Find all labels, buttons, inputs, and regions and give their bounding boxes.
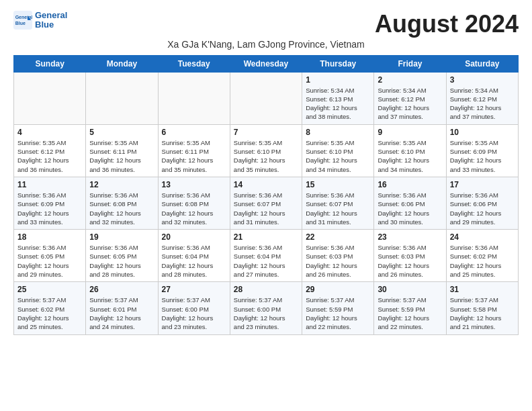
day-info: Sunrise: 5:36 AM Sunset: 6:07 PM Dayligh… bbox=[234, 191, 298, 226]
calendar-table: SundayMondayTuesdayWednesdayThursdayFrid… bbox=[13, 55, 519, 335]
day-number: 14 bbox=[234, 180, 298, 189]
day-number: 31 bbox=[450, 285, 515, 294]
day-number: 15 bbox=[306, 180, 370, 189]
calendar-cell bbox=[14, 72, 86, 124]
day-number: 13 bbox=[162, 180, 226, 189]
day-number: 19 bbox=[89, 232, 154, 242]
calendar-cell bbox=[158, 72, 230, 124]
calendar-week-row: 1Sunrise: 5:34 AM Sunset: 6:13 PM Daylig… bbox=[14, 72, 519, 124]
calendar-cell: 19Sunrise: 5:36 AM Sunset: 6:05 PM Dayli… bbox=[86, 230, 158, 282]
svg-text:Blue: Blue bbox=[15, 21, 26, 26]
calendar-cell: 17Sunrise: 5:36 AM Sunset: 6:06 PM Dayli… bbox=[446, 177, 518, 229]
logo-text-line2: Blue bbox=[35, 20, 67, 30]
calendar-cell: 23Sunrise: 5:36 AM Sunset: 6:03 PM Dayli… bbox=[374, 230, 446, 282]
day-info: Sunrise: 5:36 AM Sunset: 6:08 PM Dayligh… bbox=[162, 191, 226, 226]
calendar-cell bbox=[230, 72, 302, 124]
calendar-cell: 14Sunrise: 5:36 AM Sunset: 6:07 PM Dayli… bbox=[230, 177, 302, 229]
calendar-cell: 6Sunrise: 5:35 AM Sunset: 6:11 PM Daylig… bbox=[158, 124, 230, 177]
calendar-cell: 15Sunrise: 5:36 AM Sunset: 6:07 PM Dayli… bbox=[302, 177, 374, 229]
day-info: Sunrise: 5:37 AM Sunset: 6:02 PM Dayligh… bbox=[17, 295, 82, 331]
logo-text-line1: General bbox=[35, 11, 67, 20]
calendar-cell: 31Sunrise: 5:37 AM Sunset: 5:58 PM Dayli… bbox=[446, 282, 518, 334]
day-number: 24 bbox=[450, 232, 515, 242]
calendar-cell: 22Sunrise: 5:36 AM Sunset: 6:03 PM Dayli… bbox=[302, 230, 374, 282]
location-subtitle: Xa GJa K'Nang, Lam GJong Province, Vietn… bbox=[13, 39, 519, 50]
day-info: Sunrise: 5:36 AM Sunset: 6:06 PM Dayligh… bbox=[378, 191, 442, 226]
calendar-week-row: 11Sunrise: 5:36 AM Sunset: 6:09 PM Dayli… bbox=[14, 177, 519, 229]
day-number: 7 bbox=[234, 128, 298, 137]
day-number: 17 bbox=[450, 180, 515, 189]
day-info: Sunrise: 5:37 AM Sunset: 6:00 PM Dayligh… bbox=[162, 295, 226, 331]
day-number: 1 bbox=[306, 75, 370, 85]
day-info: Sunrise: 5:37 AM Sunset: 5:59 PM Dayligh… bbox=[378, 295, 442, 331]
day-info: Sunrise: 5:35 AM Sunset: 6:12 PM Dayligh… bbox=[17, 138, 82, 174]
day-info: Sunrise: 5:36 AM Sunset: 6:02 PM Dayligh… bbox=[450, 243, 515, 279]
day-number: 30 bbox=[378, 285, 442, 294]
calendar-cell: 20Sunrise: 5:36 AM Sunset: 6:04 PM Dayli… bbox=[158, 230, 230, 282]
calendar-cell: 1Sunrise: 5:34 AM Sunset: 6:13 PM Daylig… bbox=[302, 72, 374, 124]
calendar-cell: 3Sunrise: 5:34 AM Sunset: 6:12 PM Daylig… bbox=[446, 72, 518, 124]
day-number: 4 bbox=[17, 128, 82, 137]
day-info: Sunrise: 5:37 AM Sunset: 6:00 PM Dayligh… bbox=[234, 295, 298, 331]
month-title: August 2024 bbox=[375, 11, 519, 38]
day-info: Sunrise: 5:35 AM Sunset: 6:10 PM Dayligh… bbox=[234, 138, 298, 174]
day-number: 11 bbox=[17, 180, 82, 189]
day-info: Sunrise: 5:36 AM Sunset: 6:04 PM Dayligh… bbox=[234, 243, 298, 279]
calendar-cell: 12Sunrise: 5:36 AM Sunset: 6:08 PM Dayli… bbox=[86, 177, 158, 229]
weekday-header-thursday: Thursday bbox=[302, 55, 374, 72]
day-info: Sunrise: 5:35 AM Sunset: 6:11 PM Dayligh… bbox=[89, 138, 154, 174]
weekday-header-wednesday: Wednesday bbox=[230, 55, 302, 72]
day-number: 12 bbox=[89, 180, 154, 189]
day-info: Sunrise: 5:36 AM Sunset: 6:06 PM Dayligh… bbox=[450, 191, 515, 226]
day-info: Sunrise: 5:37 AM Sunset: 5:58 PM Dayligh… bbox=[450, 295, 515, 331]
calendar-week-row: 18Sunrise: 5:36 AM Sunset: 6:05 PM Dayli… bbox=[14, 230, 519, 282]
calendar-cell: 25Sunrise: 5:37 AM Sunset: 6:02 PM Dayli… bbox=[14, 282, 86, 334]
day-number: 10 bbox=[450, 128, 515, 137]
day-info: Sunrise: 5:36 AM Sunset: 6:07 PM Dayligh… bbox=[306, 191, 370, 226]
weekday-header-monday: Monday bbox=[86, 55, 158, 72]
day-info: Sunrise: 5:36 AM Sunset: 6:04 PM Dayligh… bbox=[162, 243, 226, 279]
weekday-header-tuesday: Tuesday bbox=[158, 55, 230, 72]
day-number: 18 bbox=[17, 232, 82, 242]
day-info: Sunrise: 5:34 AM Sunset: 6:12 PM Dayligh… bbox=[378, 86, 442, 122]
day-number: 28 bbox=[234, 285, 298, 294]
day-info: Sunrise: 5:35 AM Sunset: 6:10 PM Dayligh… bbox=[306, 138, 370, 174]
calendar-cell: 10Sunrise: 5:35 AM Sunset: 6:09 PM Dayli… bbox=[446, 124, 518, 177]
weekday-header-saturday: Saturday bbox=[446, 55, 518, 72]
day-number: 20 bbox=[162, 232, 226, 242]
calendar-cell: 21Sunrise: 5:36 AM Sunset: 6:04 PM Dayli… bbox=[230, 230, 302, 282]
logo: General Blue General Blue bbox=[13, 11, 67, 30]
calendar-cell: 9Sunrise: 5:35 AM Sunset: 6:10 PM Daylig… bbox=[374, 124, 446, 177]
calendar-cell: 7Sunrise: 5:35 AM Sunset: 6:10 PM Daylig… bbox=[230, 124, 302, 177]
day-number: 23 bbox=[378, 232, 442, 242]
calendar-cell: 18Sunrise: 5:36 AM Sunset: 6:05 PM Dayli… bbox=[14, 230, 86, 282]
day-info: Sunrise: 5:34 AM Sunset: 6:13 PM Dayligh… bbox=[306, 86, 370, 122]
day-info: Sunrise: 5:35 AM Sunset: 6:10 PM Dayligh… bbox=[378, 138, 442, 174]
day-number: 8 bbox=[306, 128, 370, 137]
day-number: 26 bbox=[89, 285, 154, 294]
day-number: 6 bbox=[162, 128, 226, 137]
calendar-cell bbox=[86, 72, 158, 124]
day-number: 29 bbox=[306, 285, 370, 294]
calendar-cell: 8Sunrise: 5:35 AM Sunset: 6:10 PM Daylig… bbox=[302, 124, 374, 177]
day-info: Sunrise: 5:35 AM Sunset: 6:09 PM Dayligh… bbox=[450, 138, 515, 174]
calendar-cell: 16Sunrise: 5:36 AM Sunset: 6:06 PM Dayli… bbox=[374, 177, 446, 229]
calendar-cell: 27Sunrise: 5:37 AM Sunset: 6:00 PM Dayli… bbox=[158, 282, 230, 334]
day-number: 16 bbox=[378, 180, 442, 189]
day-info: Sunrise: 5:37 AM Sunset: 6:01 PM Dayligh… bbox=[89, 295, 154, 331]
day-info: Sunrise: 5:36 AM Sunset: 6:03 PM Dayligh… bbox=[306, 243, 370, 279]
calendar-cell: 28Sunrise: 5:37 AM Sunset: 6:00 PM Dayli… bbox=[230, 282, 302, 334]
day-info: Sunrise: 5:36 AM Sunset: 6:05 PM Dayligh… bbox=[89, 243, 154, 279]
weekday-header-sunday: Sunday bbox=[14, 55, 86, 72]
day-info: Sunrise: 5:36 AM Sunset: 6:09 PM Dayligh… bbox=[17, 191, 82, 226]
calendar-cell: 24Sunrise: 5:36 AM Sunset: 6:02 PM Dayli… bbox=[446, 230, 518, 282]
day-info: Sunrise: 5:36 AM Sunset: 6:03 PM Dayligh… bbox=[378, 243, 442, 279]
day-info: Sunrise: 5:37 AM Sunset: 5:59 PM Dayligh… bbox=[306, 295, 370, 331]
day-number: 25 bbox=[17, 285, 82, 294]
day-number: 22 bbox=[306, 232, 370, 242]
day-number: 3 bbox=[450, 75, 515, 85]
day-number: 21 bbox=[234, 232, 298, 242]
calendar-cell: 5Sunrise: 5:35 AM Sunset: 6:11 PM Daylig… bbox=[86, 124, 158, 177]
day-number: 27 bbox=[162, 285, 226, 294]
weekday-header-row: SundayMondayTuesdayWednesdayThursdayFrid… bbox=[14, 55, 519, 72]
